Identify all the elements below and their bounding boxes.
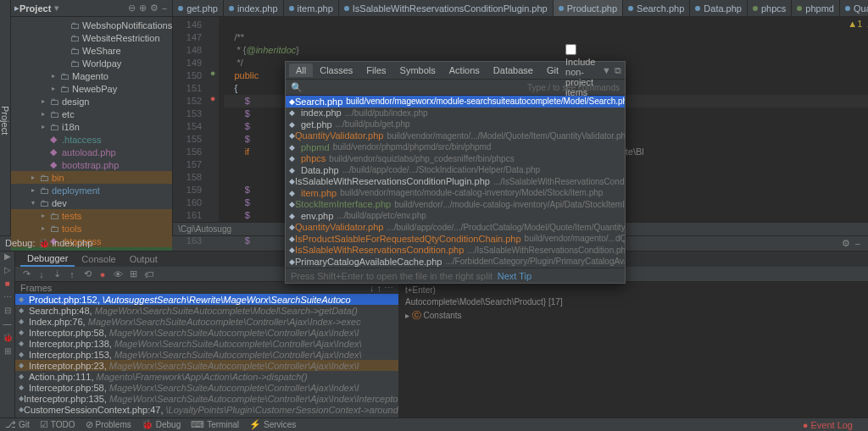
search-result-item[interactable]: ◆env.php.../build/app/etc/env.php [286, 210, 625, 222]
gutter-marks[interactable]: ●● [207, 17, 219, 235]
search-result-item[interactable]: ◆Search.phpbuild/vendor/mageworx/module-… [286, 96, 625, 108]
search-result-item[interactable]: ◆IsSalableWithReservationsConditionPlugi… [286, 176, 625, 188]
tree-node[interactable]: 🗀WeShare [11, 44, 172, 57]
pin-icon[interactable]: ⧉ [615, 65, 621, 76]
search-result-item[interactable]: ◆phpmdbuild/vendor/phpmd/phpmd/src/bin/p… [286, 141, 625, 153]
tree-node[interactable]: ▸🗀deployment [11, 184, 172, 196]
status-item[interactable]: ⌨Terminal [191, 420, 239, 429]
popup-tab[interactable]: Database [487, 64, 540, 77]
debug-side-toolbar[interactable]: ▶▷■ ⋯⊟—🐞⊞ [0, 251, 15, 417]
rerun-icon: ▶ [0, 251, 14, 265]
popup-tab[interactable]: Git [540, 64, 565, 77]
search-result-item[interactable]: ◆get.php.../build/pub/get.php [286, 119, 625, 130]
status-item[interactable]: 🐞Debug [142, 420, 181, 429]
debug-title: Debug: 🐞 index.php [5, 238, 92, 249]
collapse-icon[interactable]: ⊖ [128, 3, 136, 14]
tree-node[interactable]: ◆.htaccess [11, 133, 172, 146]
editor-tab[interactable]: QuantityValid [840, 0, 868, 16]
search-result-item[interactable]: ◆StockItemInterface.phpbuild/vendor/.../… [286, 199, 625, 211]
tree-node[interactable]: ▸🗀design [11, 95, 172, 108]
status-item[interactable]: ☑TODO [40, 420, 75, 429]
editor-tab[interactable]: get.php [173, 0, 224, 16]
tree-node[interactable]: ▸🗀NewebPay [11, 82, 172, 95]
tree-node[interactable]: 🗀WebshopNotifications [11, 19, 172, 31]
stack-frame[interactable]: ◆Index.php:76, MageWorx\SearchSuiteAutoc… [15, 316, 398, 327]
search-result-item[interactable]: ◆QuantityValidator.phpbuild/vendor/magen… [286, 130, 625, 142]
editor-tab[interactable]: phpmd [792, 0, 840, 16]
popup-tab[interactable]: Classes [313, 64, 359, 77]
gutter-line-numbers[interactable]: 1461471481491501511521531541551561571581… [173, 17, 207, 235]
project-panel: ▸ Project ▾ ⊖ ⊕ ⚙ − 🗀WebshopNotification… [11, 0, 173, 235]
next-tip-link[interactable]: Next Tip [498, 271, 531, 281]
search-hint: Type / to see commands [306, 83, 620, 92]
popup-tab[interactable]: Actions [442, 64, 487, 77]
editor-tab[interactable]: IsSalableWithReservationsConditionPlugin… [339, 0, 554, 16]
tree-node[interactable]: ▸🗀i18n [11, 120, 172, 133]
search-result-item[interactable]: ◆Data.php.../build/app/code/.../StockInd… [286, 164, 625, 176]
search-everywhere-popup: AllClassesFilesSymbolsActionsDatabaseGit… [285, 61, 626, 284]
tree-node[interactable]: ▸🗀etc [11, 108, 172, 120]
stack-frame[interactable]: ◆CustomerSessionContext.php:47, \Loyalty… [15, 404, 398, 415]
chevron-down-icon[interactable]: ▾ [54, 3, 59, 14]
tree-node[interactable]: ▸🗀tests [11, 209, 172, 222]
gear-icon[interactable]: ⚙ [150, 3, 159, 14]
tree-node[interactable]: ▾🗀dev [11, 196, 172, 209]
variable-item[interactable]: Autocomplete\Model\Search\Product} [17] [402, 297, 865, 309]
editor-tab[interactable]: item.php [284, 0, 339, 16]
stack-frame[interactable]: ◆Action.php:111, Magento\Framework\App\A… [15, 371, 398, 382]
stack-frame[interactable]: ◆Interceptor.php:138, MageWorx\SearchSui… [15, 338, 398, 349]
variables-panel[interactable]: t+Enter)Autocomplete\Model\Search\Produc… [398, 282, 868, 417]
tool-window-tab-project[interactable]: Project [0, 0, 11, 235]
filter-icon[interactable]: ▼ [602, 65, 611, 75]
debug-tab[interactable]: Debugger [20, 251, 75, 267]
search-result-item[interactable]: ◆PrimaryCatalogAvailableCache.php.../For… [286, 256, 625, 268]
editor-tab[interactable]: Data.php [690, 0, 748, 16]
popup-tab[interactable]: All [289, 64, 313, 77]
tree-node[interactable]: ▸🗀bin [11, 171, 172, 184]
debug-tab[interactable]: Output [123, 252, 164, 266]
status-item[interactable]: ⎇Git [5, 420, 30, 429]
resume-icon: ▷ [0, 265, 14, 279]
frames-panel[interactable]: Frames ↓ ↑ ⋯ ◆Product.php:152, \Autosugg… [15, 282, 398, 417]
search-result-item[interactable]: ◆QuantityValidator.php.../build/app/code… [286, 222, 625, 234]
status-bar[interactable]: ⎇Git☑TODO⊘Problems🐞Debug⌨Terminal⚡Servic… [0, 417, 868, 431]
stack-frame[interactable]: ◆Interceptor.php:23, MageWorx\SearchSuit… [15, 360, 398, 371]
popup-tab[interactable]: Symbols [393, 64, 442, 77]
search-result-item[interactable]: ◆IsProductSalableForRequestedQtyConditio… [286, 233, 625, 245]
tree-node[interactable]: 🗀WebsiteRestriction [11, 31, 172, 44]
tree-node[interactable]: ▸🗀tools [11, 222, 172, 235]
status-item[interactable]: ⚡Services [249, 420, 296, 429]
search-result-item[interactable]: ◆phpcsbuild/vendor/squizlabs/php_codesni… [286, 153, 625, 165]
stack-frame[interactable]: ◆Interceptor.php:135, MageWorx\SearchSui… [15, 393, 398, 404]
event-log-link[interactable]: ●Event Log [803, 420, 853, 430]
project-title: Project [19, 3, 51, 14]
stack-frame[interactable]: ◆Interceptor.php:153, MageWorx\SearchSui… [15, 349, 398, 360]
editor-tab[interactable]: Search.php [623, 0, 690, 16]
hide-icon[interactable]: − [162, 3, 167, 14]
status-item[interactable]: ⊘Problems [86, 420, 131, 429]
search-results-list[interactable]: ◆Search.phpbuild/vendor/mageworx/module-… [286, 96, 625, 268]
stack-frame[interactable]: ◆Interceptor.php:58, MageWorx\SearchSuit… [15, 382, 398, 393]
search-result-item[interactable]: ◆index.php.../build/pub/index.php [286, 108, 625, 119]
select-opened-icon[interactable]: ⊕ [139, 3, 147, 14]
stack-frame[interactable]: ◆Interceptor.php:58, MageWorx\SearchSuit… [15, 327, 398, 338]
editor-tabs[interactable]: get.phpindex.phpitem.phpIsSalableWithRes… [173, 0, 868, 17]
tree-node[interactable]: ◆autoload.php [11, 146, 172, 158]
search-result-item[interactable]: ◆item.phpbuild/vendor/magento/module-cat… [286, 187, 625, 199]
search-result-item[interactable]: ◆IsSalableWithReservationsCondition.php.… [286, 245, 625, 257]
variable-item[interactable]: t+Enter) [402, 285, 865, 297]
popup-tab[interactable]: Files [359, 64, 392, 77]
stack-frame[interactable]: ◆Product.php:152, \AutosuggestSearch\Rew… [15, 294, 398, 305]
editor-tab[interactable]: Product.php [554, 0, 623, 16]
tree-node[interactable]: ▸🗀Magento [11, 69, 172, 82]
search-icon: 🔍 [291, 82, 303, 93]
stack-frame[interactable]: ◆Search.php:48, MageWorx\SearchSuiteAuto… [15, 305, 398, 316]
editor-tab[interactable]: phpcs [748, 0, 792, 16]
editor-tab[interactable]: index.php [224, 0, 284, 16]
tree-node[interactable]: 🗀Worldpay [11, 57, 172, 69]
tree-node[interactable]: ◆bootstrap.php [11, 158, 172, 171]
inspection-indicators[interactable]: ▲1 ▲21 ✓3 ⌃ [848, 19, 868, 30]
debug-tab[interactable]: Console [75, 252, 122, 266]
step-over-icon: ↷ [19, 268, 34, 279]
variable-item[interactable]: ▸ ⓒ Constants [402, 309, 865, 321]
